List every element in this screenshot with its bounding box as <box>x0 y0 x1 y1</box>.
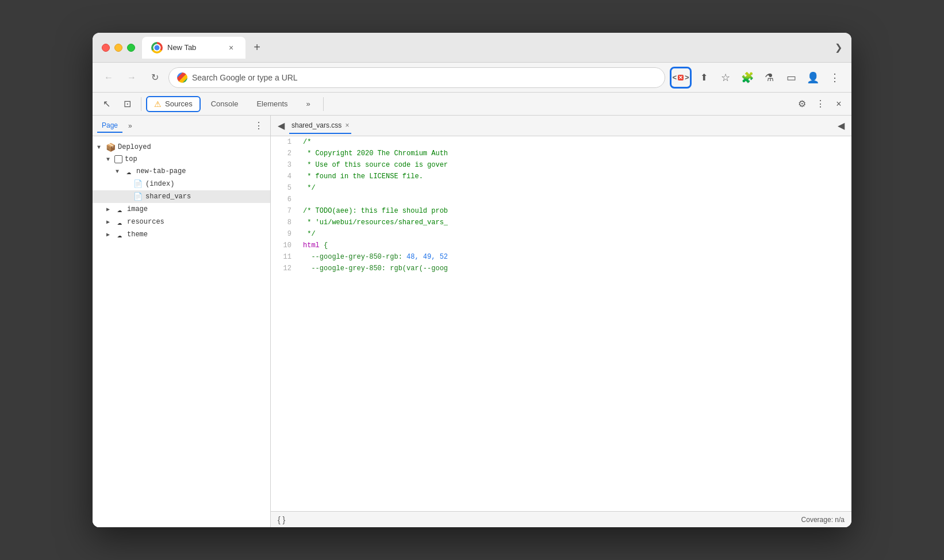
new-tab-button[interactable]: + <box>248 39 266 57</box>
tab-bar: New Tab × + ❯ <box>142 37 842 59</box>
chrome-menu-button[interactable]: ⋮ <box>825 68 845 87</box>
line-num-6: 6 <box>271 194 298 205</box>
minimize-button[interactable] <box>114 44 122 52</box>
bookmark-icon: ☆ <box>721 71 730 84</box>
code-body[interactable]: 1 /* 2 * Copyright 2020 The Chromium Aut… <box>271 136 851 511</box>
file-tree-menu-button[interactable]: ⋮ <box>252 119 266 132</box>
device-toolbar-button[interactable]: ⊡ <box>118 95 136 113</box>
active-tab[interactable]: New Tab × <box>142 37 245 59</box>
line-content-1: /* <box>298 136 851 148</box>
collapse-right-button[interactable]: ◀ <box>838 120 845 131</box>
flask-button[interactable]: ⚗ <box>759 68 779 87</box>
code-editor-header: ◀ shared_vars.css × ◀ <box>271 116 851 136</box>
line-num-2: 2 <box>271 148 298 159</box>
new-tab-page-arrow: ▼ <box>116 168 124 175</box>
file-tree-panel: Page » ⋮ ▼ 📦 Deployed <box>93 116 271 527</box>
sources-warning-icon: ⚠ <box>154 99 162 109</box>
line-num-4: 4 <box>271 171 298 182</box>
tree-item-deployed[interactable]: ▼ 📦 Deployed <box>93 141 270 154</box>
sidebar-icon: ▭ <box>786 71 796 84</box>
line-num-8: 8 <box>271 217 298 228</box>
file-icon-shared-vars: 📄 <box>133 192 143 201</box>
sidebar-button[interactable]: ▭ <box>781 68 801 87</box>
tree-item-top[interactable]: ▼ top <box>93 154 270 165</box>
top-label: top <box>125 155 266 163</box>
line-content-12: --google-grey-850: rgb(var(--goog <box>298 263 851 274</box>
address-bar[interactable]: Search Google or type a URL <box>168 67 665 88</box>
tree-item-new-tab-page[interactable]: ▼ ☁ new-tab-page <box>93 165 270 178</box>
extensions-button[interactable]: 🧩 <box>738 68 757 87</box>
extensions-icon: 🧩 <box>741 71 754 84</box>
profile-button[interactable]: 👤 <box>803 68 823 87</box>
inspector-tool-button[interactable]: ↖ <box>97 95 116 113</box>
google-icon <box>177 72 187 83</box>
format-button[interactable]: { } <box>278 515 285 524</box>
tree-item-image[interactable]: ▶ ☁ image <box>93 203 270 216</box>
line-content-9: */ <box>298 228 851 240</box>
index-label: (index) <box>145 180 266 188</box>
devtools-settings-button[interactable]: ⚙ <box>794 96 810 112</box>
line-content-4: * found in the LICENSE file. <box>298 171 851 182</box>
cloud-icon-resources: ☁ <box>114 217 125 227</box>
share-icon: ⬆ <box>700 72 708 83</box>
shared-vars-label: shared_vars <box>145 193 266 201</box>
toolbar-divider <box>141 97 141 111</box>
profile-icon: 👤 <box>807 71 819 84</box>
tab-console[interactable]: Console <box>203 96 247 112</box>
tree-item-index[interactable]: ▶ 📄 (index) <box>93 178 270 190</box>
forward-button[interactable]: → <box>122 68 141 87</box>
collapse-left-button[interactable]: ◀ <box>278 120 285 131</box>
tab-close-button[interactable]: × <box>226 43 236 53</box>
flask-icon: ⚗ <box>765 71 774 84</box>
console-tab-label: Console <box>211 99 239 108</box>
nav-bar: ← → ↻ Search Google or type a URL < ✕ > … <box>93 63 851 93</box>
back-button[interactable]: ← <box>99 68 118 87</box>
tab-elements[interactable]: Elements <box>248 96 296 112</box>
code-line-6: 6 <box>271 194 851 205</box>
refresh-button[interactable]: ↻ <box>145 68 164 87</box>
devtools-more-button[interactable]: ⋮ <box>812 96 828 112</box>
line-num-12: 12 <box>271 263 298 274</box>
resources-arrow: ▶ <box>106 218 114 225</box>
tab-favicon <box>151 42 163 53</box>
new-tab-page-label: new-tab-page <box>136 167 266 175</box>
file-tab-close-button[interactable]: × <box>345 121 349 129</box>
code-editor-panel: ◀ shared_vars.css × ◀ 1 /* <box>271 116 851 527</box>
more-tabs-button[interactable]: » <box>298 96 318 112</box>
cloud-icon-theme: ☁ <box>114 230 125 239</box>
line-num-3: 3 <box>271 159 298 171</box>
close-button[interactable] <box>102 44 110 52</box>
maximize-button[interactable] <box>127 44 135 52</box>
line-content-10: html { <box>298 240 851 251</box>
file-tab[interactable]: shared_vars.css × <box>289 118 351 134</box>
device-icon: ⊡ <box>124 98 131 109</box>
resources-label: resources <box>127 218 266 226</box>
page-tab[interactable]: Page <box>97 119 122 133</box>
tree-item-theme[interactable]: ▶ ☁ theme <box>93 228 270 241</box>
line-num-11: 11 <box>271 251 298 263</box>
line-num-10: 10 <box>271 240 298 251</box>
code-footer: { } Coverage: n/a <box>271 511 851 527</box>
code-line-4: 4 * found in the LICENSE file. <box>271 171 851 182</box>
code-line-1: 1 /* <box>271 136 851 148</box>
tab-overflow-button[interactable]: ❯ <box>835 42 842 53</box>
line-content-2: * Copyright 2020 The Chromium Auth <box>298 148 851 159</box>
line-num-5: 5 <box>271 182 298 194</box>
code-line-7: 7 /* TODO(aee): this file should prob <box>271 205 851 217</box>
tab-sources[interactable]: ⚠ Sources <box>146 96 201 112</box>
bookmark-button[interactable]: ☆ <box>716 68 735 87</box>
file-tree-more-button[interactable]: » <box>125 121 136 131</box>
tree-item-shared-vars[interactable]: ▶ 📄 shared_vars <box>93 190 270 203</box>
share-button[interactable]: ⬆ <box>694 68 713 87</box>
toolbar-icons: < ✕ > ⬆ ☆ 🧩 ⚗ ▭ 👤 <box>670 67 845 89</box>
deployed-arrow: ▼ <box>97 144 105 151</box>
devtools-toggle-button[interactable]: < ✕ > <box>670 67 692 89</box>
file-tree-header: Page » ⋮ <box>93 116 270 136</box>
code-line-10: 10 html { <box>271 240 851 251</box>
address-text: Search Google or type a URL <box>192 73 298 82</box>
tree-item-resources[interactable]: ▶ ☁ resources <box>93 216 270 228</box>
sources-panel: Page » ⋮ ▼ 📦 Deployed <box>93 116 851 527</box>
image-label: image <box>127 205 266 213</box>
devtools-close-button[interactable]: × <box>831 96 847 112</box>
traffic-lights <box>102 44 135 52</box>
